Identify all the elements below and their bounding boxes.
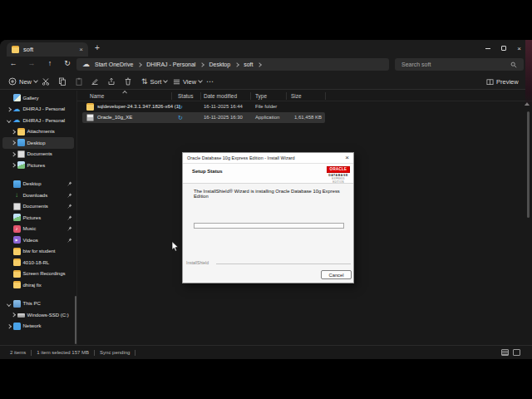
file-list-scrollbar[interactable] <box>527 111 530 218</box>
preview-label: Preview <box>496 78 519 86</box>
column-size[interactable]: Size <box>291 93 302 99</box>
sidebar-item[interactable]: DHIRAJ - Personal <box>2 115 74 126</box>
dialog-title-bar[interactable]: Oracle Database 10g Express Edition - In… <box>183 153 353 164</box>
sidebar-item[interactable]: Downloads <box>2 190 74 201</box>
sidebar-item[interactable]: Pictures <box>2 160 74 171</box>
oracle-logo-line1: ORACLE <box>327 166 350 173</box>
new-button[interactable]: New <box>8 73 37 90</box>
sidebar-item[interactable]: 4010-18-RL <box>2 257 74 268</box>
maximize-button[interactable] <box>495 41 511 56</box>
sidebar-item[interactable]: Attachments <box>2 126 74 138</box>
sidebar-item[interactable]: Windows-SSD (C:) <box>2 309 74 321</box>
chevron-right-icon <box>137 62 142 67</box>
tab-soft[interactable]: soft × <box>7 42 88 57</box>
copy-button[interactable] <box>58 73 66 90</box>
sidebar-item[interactable]: Pictures <box>2 212 74 224</box>
dialog-close-icon[interactable]: × <box>345 155 349 161</box>
chevron-icon[interactable] <box>7 324 11 328</box>
view-label: View <box>183 78 196 86</box>
onedrive-icon: ☁ <box>82 61 90 68</box>
back-button[interactable]: ← <box>7 59 20 67</box>
sidebar-item[interactable]: Music <box>2 224 74 235</box>
refresh-button[interactable]: ↻ <box>61 59 74 67</box>
sidebar-item-label: Documents <box>23 204 66 209</box>
chevron-icon[interactable] <box>7 107 11 111</box>
cancel-button[interactable]: Cancel <box>321 270 352 279</box>
status-divider <box>94 350 95 356</box>
pin-icon <box>67 226 72 231</box>
share-button[interactable] <box>107 73 116 90</box>
breadcrumb-item[interactable]: DHIRAJ - Personal <box>146 62 195 67</box>
breadcrumb-item[interactable]: Start OneDrive <box>95 62 133 67</box>
new-icon <box>8 77 17 86</box>
details-view-button[interactable] <box>501 349 509 356</box>
sidebar-item-label: biw for student <box>23 249 66 254</box>
sidebar-item[interactable]: Screen Recordings <box>2 268 74 280</box>
chevron-right-icon <box>234 62 239 67</box>
chevron-icon[interactable] <box>11 140 15 145</box>
icons-view-button[interactable] <box>513 349 520 356</box>
sidebar-item[interactable]: Gallery <box>2 92 74 104</box>
column-divider[interactable] <box>200 92 201 100</box>
column-divider[interactable] <box>250 92 251 100</box>
sidebar-item-icon <box>13 191 21 199</box>
forward-button[interactable]: → <box>25 59 38 67</box>
sidebar-item[interactable]: Videos <box>2 234 74 246</box>
table-row[interactable]: Oracle_10g_XE ↻ 16-11-2025 16:30 Applica… <box>82 112 325 123</box>
chevron-icon[interactable] <box>11 313 15 317</box>
chevron-right-icon <box>258 62 263 67</box>
column-date[interactable]: Date modified <box>204 93 237 99</box>
sort-button[interactable]: ⇅ Sort <box>141 73 167 90</box>
column-type[interactable]: Type <box>255 93 267 99</box>
command-toolbar: New <box>0 73 532 90</box>
chevron-icon[interactable] <box>11 163 15 167</box>
sidebar-item[interactable]: DHIRAJ - Personal <box>2 104 74 116</box>
sidebar-item-icon <box>13 116 21 124</box>
column-divider[interactable] <box>171 92 172 100</box>
sidebar-item[interactable]: dhiraj fix <box>2 279 74 291</box>
search-input[interactable]: Search soft <box>395 58 524 71</box>
paste-button[interactable] <box>75 73 83 90</box>
chevron-icon[interactable] <box>7 118 11 122</box>
dialog-title: Oracle Database 10g Express Edition - In… <box>187 155 345 160</box>
new-tab-button[interactable]: + <box>95 43 100 52</box>
sidebar-item[interactable]: Desktop <box>2 179 74 190</box>
chevron-down-icon <box>198 78 203 83</box>
sidebar-item[interactable]: Documents <box>2 149 74 160</box>
sidebar-item-label: DHIRAJ - Personal <box>23 106 66 111</box>
sidebar-item[interactable]: Desktop <box>2 137 74 149</box>
column-status[interactable]: Status <box>178 93 193 99</box>
table-row[interactable]: sqldeveloper-24.3.1.347.1826-x64 (1) ↻ 1… <box>82 101 325 112</box>
preview-button[interactable]: Preview <box>486 73 519 90</box>
up-button[interactable]: ↑ <box>43 59 57 67</box>
tab-bar: soft × + × <box>0 40 532 57</box>
breadcrumb[interactable]: ☁ Start OneDrive DHIRAJ - Personal Deskt… <box>76 58 389 71</box>
tab-close-icon[interactable]: × <box>79 47 83 53</box>
delete-button[interactable] <box>124 73 132 90</box>
maximize-icon <box>501 46 506 51</box>
minimize-button[interactable] <box>480 41 495 56</box>
sidebar-item[interactable]: This PC <box>2 298 74 310</box>
dialog-header: Setup Status ORACLE DATABASE EXPRESS EDI… <box>183 164 353 184</box>
sidebar-item[interactable]: biw for student <box>2 246 74 258</box>
cut-button[interactable] <box>42 73 50 90</box>
breadcrumb-item[interactable]: soft <box>244 62 253 67</box>
sidebar-item[interactable]: Documents <box>2 201 74 213</box>
column-divider[interactable] <box>286 92 287 100</box>
status-divider <box>31 350 32 356</box>
rename-button[interactable] <box>91 73 99 90</box>
column-divider[interactable] <box>325 92 326 100</box>
view-toggles <box>501 349 520 356</box>
install-message: The InstallShield® Wizard is installing … <box>194 189 343 199</box>
delete-icon <box>124 77 132 86</box>
view-button[interactable]: View <box>173 73 202 90</box>
breadcrumb-item[interactable]: Desktop <box>209 62 230 67</box>
chevron-icon[interactable] <box>11 152 15 156</box>
sidebar-item-label: Attachments <box>27 129 66 134</box>
column-name[interactable]: Name <box>90 93 104 99</box>
chevron-icon[interactable] <box>11 130 15 134</box>
sidebar-item[interactable]: Network <box>2 321 74 332</box>
chevron-icon[interactable] <box>7 302 11 306</box>
more-options-button[interactable]: ⋯ <box>206 73 214 90</box>
view-icon <box>173 78 180 86</box>
